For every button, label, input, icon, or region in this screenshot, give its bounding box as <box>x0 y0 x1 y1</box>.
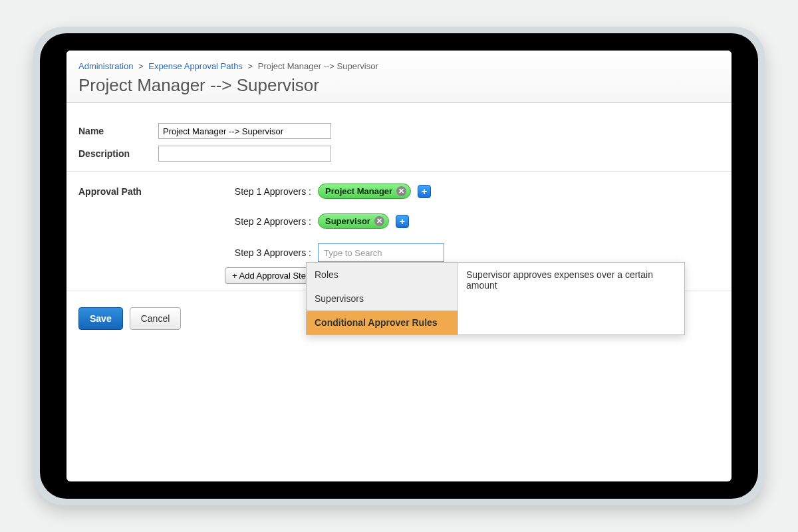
description-label: Description <box>78 148 158 159</box>
dropdown-detail-column[interactable]: Supervisor approves expenses over a cert… <box>458 263 684 334</box>
add-approver-button[interactable]: + <box>418 185 431 198</box>
remove-approver-icon[interactable]: ✕ <box>374 216 384 226</box>
breadcrumb-current: Project Manager --> Supervisor <box>258 61 378 71</box>
approval-step-2: Step 2 Approvers : Supervisor ✕ + <box>225 213 720 229</box>
add-approval-step-button[interactable]: + Add Approval Step <box>225 267 318 284</box>
approver-type-dropdown: Roles Supervisors Conditional Approver R… <box>306 262 685 335</box>
approval-step-3: Step 3 Approvers : <box>225 243 720 262</box>
section-divider <box>66 171 732 172</box>
chip-label: Project Manager <box>325 186 392 196</box>
name-input[interactable] <box>158 123 331 139</box>
step-1-label: Step 1 Approvers : <box>225 186 318 197</box>
approval-steps: Step 1 Approvers : Project Manager ✕ + S… <box>172 184 720 284</box>
breadcrumb-link-expense-approval-paths[interactable]: Expense Approval Paths <box>148 61 243 71</box>
save-button[interactable]: Save <box>78 307 123 330</box>
breadcrumb-link-administration[interactable]: Administration <box>78 61 133 71</box>
step-3-label: Step 3 Approvers : <box>225 247 318 258</box>
page-title: Project Manager --> Supervisor <box>78 74 720 102</box>
approver-chip-project-manager[interactable]: Project Manager ✕ <box>318 184 411 199</box>
approval-path-label: Approval Path <box>78 184 172 284</box>
name-label: Name <box>78 126 158 136</box>
cancel-button[interactable]: Cancel <box>130 307 182 330</box>
form-row-name: Name <box>78 123 720 139</box>
breadcrumb: Administration > Expense Approval Paths … <box>78 60 720 74</box>
title-bar: Administration > Expense Approval Paths … <box>66 51 732 103</box>
dropdown-item-roles[interactable]: Roles <box>307 263 458 287</box>
chip-label: Supervisor <box>325 216 370 226</box>
breadcrumb-sep: > <box>138 61 144 71</box>
dropdown-item-supervisors[interactable]: Supervisors <box>307 287 458 311</box>
approval-path-section: Approval Path Step 1 Approvers : Project… <box>78 184 720 284</box>
description-input[interactable] <box>158 146 331 162</box>
dropdown-category-column: Roles Supervisors Conditional Approver R… <box>307 263 458 334</box>
step-2-label: Step 2 Approvers : <box>225 216 318 227</box>
breadcrumb-sep: > <box>248 61 253 71</box>
tablet-frame-outer: Administration > Expense Approval Paths … <box>33 27 765 505</box>
dropdown-item-conditional-approver-rules[interactable]: Conditional Approver Rules <box>307 311 458 334</box>
approver-chip-supervisor[interactable]: Supervisor ✕ <box>318 213 389 229</box>
approval-step-1: Step 1 Approvers : Project Manager ✕ + <box>225 184 720 199</box>
tablet-frame: Administration > Expense Approval Paths … <box>40 33 758 499</box>
form-row-description: Description <box>78 146 720 162</box>
add-approver-button[interactable]: + <box>396 215 409 228</box>
app-screen: Administration > Expense Approval Paths … <box>66 51 732 481</box>
remove-approver-icon[interactable]: ✕ <box>396 186 406 196</box>
approver-search-input[interactable] <box>318 243 444 262</box>
